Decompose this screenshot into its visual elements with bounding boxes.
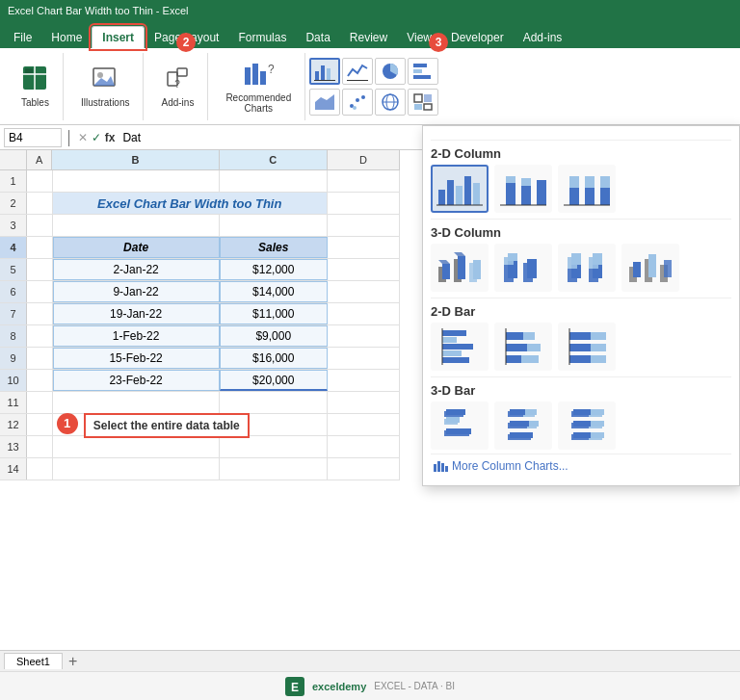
- sales-cell-5[interactable]: $16,000: [220, 348, 328, 369]
- sales-cell-3[interactable]: $11,000: [220, 303, 328, 324]
- map-chart-button[interactable]: [375, 89, 406, 116]
- svg-rect-86: [442, 357, 469, 363]
- table-row: 5 2-Jan-22 $12,000: [0, 259, 400, 281]
- col-header-a: A: [27, 150, 52, 169]
- svg-rect-21: [413, 69, 422, 73]
- tab-developer[interactable]: Developer: [441, 27, 514, 48]
- svg-rect-39: [473, 183, 480, 205]
- stacked-bar-option[interactable]: [494, 323, 552, 371]
- svg-rect-83: [442, 337, 457, 343]
- 3d-100pct-stacked-bar-option[interactable]: [558, 402, 616, 450]
- col-header-c: C: [220, 150, 328, 169]
- date-cell-2[interactable]: 9-Jan-22: [53, 281, 220, 302]
- column-chart-button[interactable]: [309, 58, 340, 85]
- table-row: 3: [0, 215, 400, 237]
- formula-icons: ✕ ✓ fx: [78, 131, 116, 144]
- date-cell-6[interactable]: 23-Feb-22: [53, 370, 220, 391]
- tab-addins[interactable]: Add-ins: [514, 27, 572, 48]
- table-row: 8 1-Feb-22 $9,000: [0, 325, 400, 348]
- watermark-logo-icon: E: [285, 677, 304, 696]
- confirm-formula-icon[interactable]: ✓: [92, 131, 101, 144]
- bar-chart-button[interactable]: [408, 58, 438, 85]
- insert-function-icon[interactable]: fx: [105, 131, 116, 144]
- table-row: 12 1 Select the entire data table: [0, 414, 400, 436]
- clustered-bar-option[interactable]: [431, 323, 489, 371]
- table-row: 4 Date Sales: [0, 237, 400, 259]
- ribbon-group-tables: Tables: [8, 53, 64, 120]
- sales-cell-1[interactable]: $12,000: [220, 259, 328, 280]
- line-chart-button[interactable]: [342, 58, 373, 85]
- svg-rect-36: [447, 180, 454, 205]
- add-sheet-button[interactable]: +: [65, 653, 81, 670]
- rec-charts-label: RecommendedCharts: [225, 92, 291, 114]
- illustrations-button[interactable]: Illustrations: [75, 63, 136, 110]
- tab-review[interactable]: Review: [340, 27, 397, 48]
- 3d-stacked-bar-option[interactable]: [494, 402, 552, 450]
- svg-rect-45: [537, 180, 546, 205]
- date-header[interactable]: Date: [53, 237, 220, 258]
- svg-rect-58: [458, 256, 465, 279]
- ribbon-group-illustrations: Illustrations: [67, 53, 145, 120]
- more-column-charts-link[interactable]: More Column Charts...: [431, 454, 731, 478]
- svg-rect-125: [591, 421, 604, 427]
- tab-file[interactable]: File: [4, 27, 41, 48]
- scatter-chart-button[interactable]: [342, 89, 373, 116]
- svg-rect-133: [445, 466, 448, 472]
- cancel-formula-icon[interactable]: ✕: [78, 131, 88, 144]
- 100pct-stacked-column-option[interactable]: [558, 165, 616, 213]
- tables-button[interactable]: Tables: [15, 63, 55, 110]
- 3d-clustered-column-option[interactable]: [431, 244, 489, 292]
- clustered-column-option[interactable]: [431, 165, 489, 213]
- svg-point-5: [97, 72, 103, 78]
- 3d-clustered-bar-option[interactable]: [431, 402, 489, 450]
- cell-reference-input[interactable]: [4, 128, 62, 147]
- svg-point-27: [353, 106, 357, 110]
- pie-chart-button[interactable]: [375, 58, 406, 85]
- 2d-column-options: [431, 165, 731, 213]
- date-cell-1[interactable]: 2-Jan-22: [53, 259, 220, 280]
- tab-insert[interactable]: Insert: [92, 26, 145, 48]
- svg-rect-14: [315, 71, 319, 80]
- pivot-chart-button[interactable]: [408, 89, 438, 116]
- svg-rect-115: [529, 421, 539, 427]
- svg-rect-98: [591, 344, 606, 351]
- stacked-column-option[interactable]: [494, 165, 552, 213]
- date-cell-4[interactable]: 1-Feb-22: [53, 325, 220, 347]
- svg-rect-65: [508, 253, 517, 261]
- svg-rect-61: [473, 260, 481, 279]
- 3d-100pct-stacked-option[interactable]: [558, 244, 616, 292]
- sales-header[interactable]: Sales: [220, 237, 328, 258]
- svg-rect-129: [591, 432, 604, 438]
- sheet-tabs-bar: Sheet1 +: [0, 650, 740, 671]
- svg-point-25: [356, 98, 359, 102]
- ribbon-group-addins: ? Add-ins: [147, 53, 208, 120]
- svg-rect-117: [510, 432, 533, 438]
- tab-home[interactable]: Home: [41, 27, 92, 48]
- svg-rect-75: [593, 253, 602, 265]
- svg-rect-52: [600, 176, 610, 188]
- svg-rect-96: [591, 332, 606, 340]
- svg-rect-49: [585, 188, 595, 205]
- svg-rect-41: [506, 183, 515, 205]
- title-bar: Excel Chart Bar Width too Thin - Excel: [0, 0, 740, 21]
- date-cell-5[interactable]: 15-Feb-22: [53, 348, 220, 369]
- area-chart-button[interactable]: [309, 89, 340, 116]
- recommended-charts-button[interactable]: ? RecommendedCharts: [220, 58, 297, 116]
- table-row: 10 23-Feb-22 $20,000: [0, 370, 400, 392]
- 100pct-stacked-bar-option[interactable]: [558, 323, 616, 371]
- sales-cell-2[interactable]: $14,000: [220, 281, 328, 302]
- tab-data[interactable]: Data: [296, 27, 339, 48]
- table-row: 6 9-Jan-22 $14,000: [0, 281, 400, 303]
- tables-icon: [21, 65, 48, 95]
- tab-formulas[interactable]: Formulas: [228, 27, 296, 48]
- 3d-stacked-column-option[interactable]: [494, 244, 552, 292]
- addins-button[interactable]: ? Add-ins: [155, 63, 199, 110]
- svg-rect-48: [569, 176, 579, 188]
- date-cell-3[interactable]: 19-Jan-22: [53, 303, 220, 324]
- table-row: 1: [0, 170, 400, 193]
- sales-cell-4[interactable]: $9,000: [220, 325, 328, 347]
- sheet-tab-1[interactable]: Sheet1: [4, 653, 63, 669]
- sales-cell-6[interactable]: $20,000: [220, 370, 328, 391]
- chart-type-dropdown: 4 2-D Column: [422, 125, 740, 486]
- 3d-column-option[interactable]: [621, 244, 679, 292]
